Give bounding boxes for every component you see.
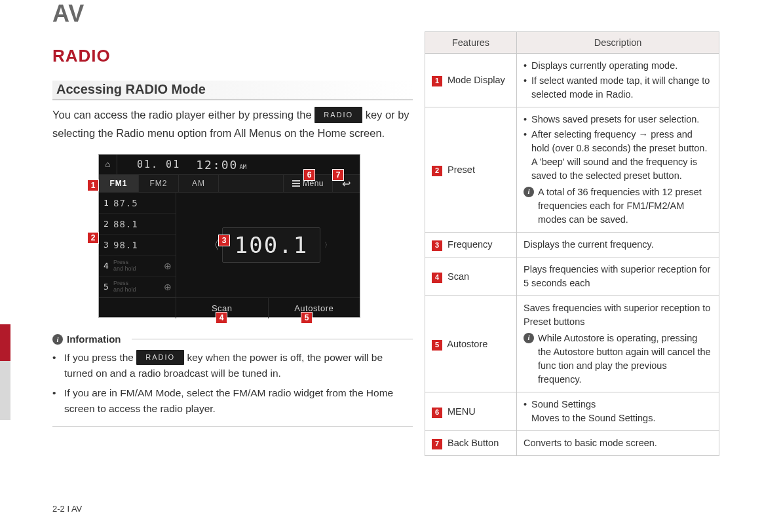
badge-6: 6 bbox=[432, 408, 442, 418]
badge-4: 4 bbox=[432, 273, 442, 283]
info-icon: i bbox=[52, 334, 63, 345]
info-icon: i bbox=[524, 333, 534, 343]
autostore-button[interactable]: Autostore bbox=[269, 298, 360, 318]
features-table: Features Description 1 Mode Display •Dis… bbox=[425, 31, 719, 456]
intro-text-1: You can access the radio player either b… bbox=[52, 109, 314, 121]
info-icon: i bbox=[524, 187, 534, 197]
hamburger-icon bbox=[292, 179, 300, 188]
frequency-value: 100.1 bbox=[235, 232, 308, 258]
callout-6: 6 bbox=[303, 169, 315, 181]
autostore-label: Autostore bbox=[447, 339, 487, 349]
preset-empty-b: and hold bbox=[113, 265, 136, 272]
badge-7: 7 bbox=[432, 439, 442, 449]
back-desc: Converts to basic mode screen. bbox=[517, 431, 719, 456]
mode-display-label: Mode Display bbox=[448, 75, 505, 85]
page-footer: 2-2 I AV bbox=[52, 504, 82, 514]
menu-label: MENU bbox=[448, 406, 476, 417]
frequency-display: 100.1 bbox=[222, 227, 320, 263]
info-rule-bottom bbox=[52, 426, 413, 427]
preset-empty-b2: and hold bbox=[113, 286, 136, 293]
preset-empty-a2: Press bbox=[113, 280, 128, 286]
row-back: 7 Back Button bbox=[425, 431, 517, 456]
scan-desc: Plays frequencies with superior receptio… bbox=[517, 257, 719, 296]
info-title: Information bbox=[67, 333, 121, 345]
radio-ui-screenshot: ⌂ 01. 01 12:00 AM FM1 FM2 AM Menu ↩ bbox=[98, 154, 360, 318]
preset-2-value: 88.1 bbox=[113, 219, 176, 229]
preset-info: A total of 36 frequencies with 12 preset… bbox=[538, 185, 712, 227]
menu-d2: Moves to the Sound Settings. bbox=[524, 411, 712, 425]
preset-empty-a: Press bbox=[113, 259, 128, 265]
tab-fm2[interactable]: FM2 bbox=[139, 175, 179, 192]
mode-d1: Displays currently operating mode. bbox=[531, 59, 677, 73]
time-ampm: AM bbox=[238, 164, 246, 172]
callout-7: 7 bbox=[332, 169, 344, 181]
mode-d2: If select wanted mode tap, it will chang… bbox=[531, 74, 712, 102]
callout-2: 2 bbox=[87, 232, 99, 244]
badge-2: 2 bbox=[432, 166, 442, 176]
scan-label: Scan bbox=[448, 271, 469, 282]
status-time: 12:00 AM bbox=[196, 158, 246, 172]
add-icon: ⊕ bbox=[160, 261, 176, 271]
preset-label: Preset bbox=[448, 164, 475, 175]
side-red-tab bbox=[0, 324, 10, 361]
badge-3: 3 bbox=[432, 240, 442, 251]
callout-4: 4 bbox=[216, 312, 227, 324]
section-subtitle: Accessing RADIO Mode bbox=[52, 81, 413, 100]
preset-3-value: 98.1 bbox=[113, 240, 176, 250]
preset-4[interactable]: 4 Press and hold ⊕ bbox=[99, 256, 176, 276]
preset-1-value: 87.5 bbox=[113, 198, 176, 208]
radio-hardkey-chip: RADIO bbox=[136, 350, 184, 365]
radio-hardkey-chip: RADIO bbox=[314, 107, 362, 123]
bullet-dot: • bbox=[52, 385, 64, 417]
th-features: Features bbox=[425, 32, 517, 54]
preset-d1: Shows saved presets for user selection. bbox=[531, 113, 699, 126]
preset-list: 1 87.5 2 88.1 3 98.1 4 Press bbox=[99, 193, 176, 297]
info-bullet-1: If you press the RADIO key when the powe… bbox=[64, 350, 413, 381]
callout-1: 1 bbox=[87, 180, 99, 191]
info-bullet-2: If you are in FM/AM Mode, select the FM/… bbox=[64, 385, 413, 417]
th-description: Description bbox=[517, 32, 719, 54]
row-autostore: 5 Autostore bbox=[425, 296, 517, 392]
row-preset: 2 Preset bbox=[425, 107, 517, 233]
callout-5: 5 bbox=[301, 312, 313, 324]
tab-fm1[interactable]: FM1 bbox=[99, 175, 139, 192]
row-scan: 4 Scan bbox=[425, 257, 517, 296]
tune-up-icon[interactable]: 〉 bbox=[324, 240, 331, 250]
badge-5: 5 bbox=[432, 340, 442, 351]
row-mode-display: 1 Mode Display bbox=[425, 54, 517, 107]
autostore-desc: Saves frequencies with superior receptio… bbox=[524, 301, 712, 329]
callout-3: 3 bbox=[218, 235, 230, 246]
intro-paragraph: You can access the radio player either b… bbox=[52, 105, 413, 142]
preset-3[interactable]: 3 98.1 bbox=[99, 235, 176, 256]
status-date: 01. 01 bbox=[117, 159, 196, 170]
frequency-label: Frequency bbox=[448, 239, 493, 250]
bullet-dot: • bbox=[52, 350, 64, 381]
preset-1[interactable]: 1 87.5 bbox=[99, 193, 176, 214]
preset-d2: After selecting frequency → press and ho… bbox=[531, 128, 712, 183]
av-heading: AV bbox=[52, 0, 413, 28]
info-rule bbox=[132, 339, 413, 339]
radio-heading: RADIO bbox=[52, 46, 413, 66]
back-label: Back Button bbox=[448, 438, 499, 448]
preset-2[interactable]: 2 88.1 bbox=[99, 214, 176, 235]
time-value: 12:00 bbox=[196, 158, 238, 172]
info-b1a: If you press the bbox=[64, 352, 136, 363]
home-icon[interactable]: ⌂ bbox=[99, 155, 117, 174]
tab-am[interactable]: AM bbox=[179, 175, 219, 192]
row-frequency: 3 Frequency bbox=[425, 233, 517, 257]
badge-1: 1 bbox=[432, 76, 442, 86]
preset-5[interactable]: 5 Press and hold ⊕ bbox=[99, 276, 176, 297]
autostore-info: While Autostore is operating, pressing t… bbox=[538, 332, 712, 387]
frequency-desc: Displays the current frequency. bbox=[517, 233, 719, 257]
menu-d1: Sound Settings bbox=[531, 398, 596, 411]
row-menu: 6 MENU bbox=[425, 392, 517, 431]
add-icon: ⊕ bbox=[160, 282, 176, 292]
side-grey-tab bbox=[0, 361, 10, 420]
